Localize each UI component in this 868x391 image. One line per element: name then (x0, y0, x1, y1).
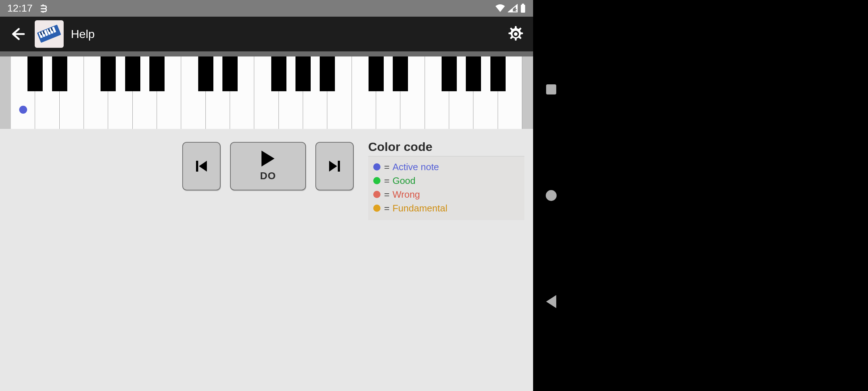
black-key[interactable] (466, 56, 481, 91)
play-note-label: DO (260, 170, 276, 182)
black-key[interactable] (295, 56, 311, 91)
page-title: Help (71, 28, 95, 41)
black-key[interactable] (27, 56, 43, 91)
black-key[interactable] (101, 56, 116, 91)
legend-dot (373, 177, 380, 184)
legend-equals: = (384, 201, 390, 215)
legend-label: Good (392, 174, 416, 188)
back-button[interactable] (7, 23, 28, 45)
active-note-dot (19, 106, 27, 114)
legend-dot (373, 191, 380, 198)
black-key[interactable] (271, 56, 286, 91)
skip-next-icon (326, 158, 343, 175)
legend-label: Wrong (392, 188, 420, 201)
legend-equals: = (384, 160, 390, 174)
play-icon (261, 151, 275, 167)
svg-rect-18 (338, 161, 340, 172)
black-key[interactable] (52, 56, 67, 91)
black-key[interactable] (320, 56, 335, 91)
color-code-legend: Color code =Active note=Good=Wrong=Funda… (368, 140, 524, 220)
status-time: 12:17 (7, 3, 33, 14)
square-icon (546, 84, 556, 94)
battery-icon (520, 4, 526, 13)
legend-row: =Fundamental (373, 201, 519, 215)
black-key[interactable] (198, 56, 213, 91)
playback-controls: DO (182, 142, 354, 220)
circle-icon (546, 190, 557, 201)
legend-row: =Active note (373, 160, 519, 174)
app-bar: Help (0, 17, 533, 51)
piano-area (0, 51, 533, 129)
black-key[interactable] (125, 56, 140, 91)
legend-row: =Wrong (373, 188, 519, 201)
black-key[interactable] (369, 56, 384, 91)
black-key[interactable] (222, 56, 238, 91)
legend-dot (373, 163, 380, 171)
triangle-left-icon (546, 295, 556, 308)
svg-rect-17 (196, 161, 198, 172)
legend-equals: = (384, 188, 390, 201)
play-button[interactable]: DO (230, 142, 306, 190)
svg-rect-5 (522, 4, 524, 5)
next-button[interactable] (315, 142, 354, 190)
nav-home-button[interactable] (542, 186, 560, 205)
skip-previous-icon (193, 158, 210, 175)
legend-title: Color code (368, 140, 524, 154)
legend-row: =Good (373, 174, 519, 188)
gear-icon (507, 25, 525, 43)
legend-label: Fundamental (392, 201, 447, 215)
status-app-icon (39, 4, 47, 13)
settings-button[interactable] (505, 23, 527, 45)
signal-icon (508, 4, 518, 13)
piano-top-strip (0, 51, 533, 56)
nav-recent-button[interactable] (542, 80, 560, 98)
svg-rect-2 (516, 5, 517, 9)
previous-button[interactable] (182, 142, 221, 190)
black-key[interactable] (149, 56, 165, 91)
legend-dot (373, 205, 380, 212)
piano-icon (35, 21, 63, 47)
svg-point-3 (516, 10, 517, 11)
svg-rect-4 (521, 5, 525, 13)
arrow-left-icon (9, 26, 25, 42)
legend-label: Active note (392, 160, 439, 174)
app-icon (35, 20, 64, 48)
black-key[interactable] (490, 56, 506, 91)
legend-equals: = (384, 174, 390, 188)
black-key[interactable] (442, 56, 457, 91)
nav-back-button[interactable] (542, 293, 560, 311)
black-key[interactable] (393, 56, 408, 91)
piano-keyboard[interactable] (11, 56, 522, 129)
status-bar: 12:17 (0, 0, 533, 17)
system-nav-rail (533, 0, 868, 391)
wifi-icon (495, 4, 506, 13)
